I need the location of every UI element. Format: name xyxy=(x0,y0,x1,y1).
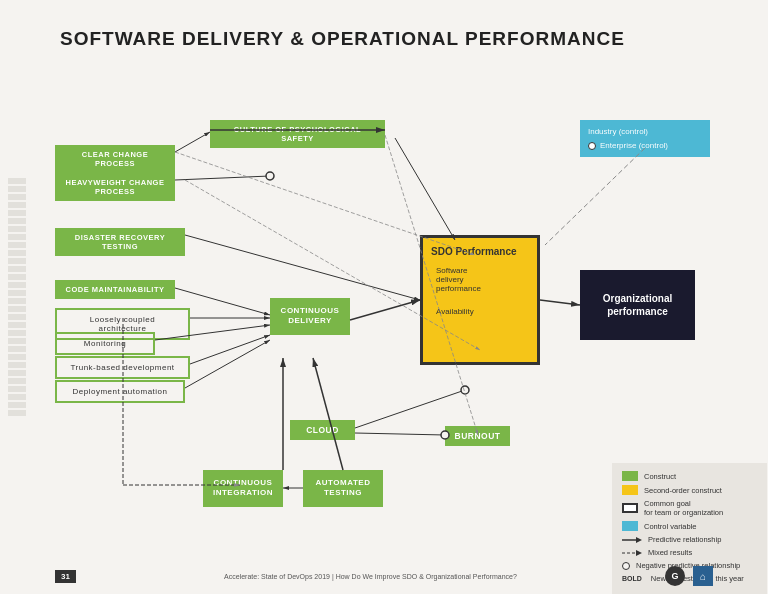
sdo-item-delivery: Softwaredeliveryperformance xyxy=(431,263,529,296)
sdo-performance-box: SDO Performance Softwaredeliveryperforma… xyxy=(420,235,540,365)
deployment-automation-box: Deployment automation xyxy=(55,380,185,403)
burnout-box: Burnout xyxy=(445,426,510,446)
svg-line-22 xyxy=(355,433,445,435)
psychological-safety-box: CULTURE OF PSYCHOLOGICAL SAFETY xyxy=(210,120,385,148)
org-performance-box: Organizational performance xyxy=(580,270,695,340)
logo-icon: G xyxy=(665,566,685,586)
svg-line-16 xyxy=(190,335,270,364)
legend-common-goal: Common goalfor team or organization xyxy=(644,499,723,517)
industry-control-label: Industry (control) xyxy=(588,126,702,137)
home-icon: ⌂ xyxy=(693,566,713,586)
legend-predictive: Predictive relationship xyxy=(648,535,721,544)
svg-line-25 xyxy=(313,358,343,470)
svg-line-8 xyxy=(395,138,455,240)
svg-line-30 xyxy=(545,148,645,245)
svg-line-12 xyxy=(185,235,420,300)
svg-line-19 xyxy=(540,300,580,305)
heavyweight-change-box: HEAVYWEIGHT CHANGE PROCESS xyxy=(55,173,175,201)
page-title: SOFTWARE DELIVERY & OPERATIONAL PERFORMA… xyxy=(60,28,625,50)
svg-line-18 xyxy=(350,300,420,320)
svg-marker-3 xyxy=(636,550,642,556)
page-number: 31 xyxy=(55,570,76,583)
trunk-based-box: Trunk-based development xyxy=(55,356,190,379)
svg-line-20 xyxy=(355,390,465,428)
svg-marker-1 xyxy=(636,537,642,543)
continuous-integration-box: Continuousintegration xyxy=(203,470,283,507)
footer-text: Accelerate: State of DevOps 2019 | How D… xyxy=(224,573,517,580)
sdo-title: SDO Performance xyxy=(431,246,529,257)
org-performance-label: Organizational performance xyxy=(592,292,683,318)
page: SOFTWARE DELIVERY & OPERATIONAL PERFORMA… xyxy=(0,0,768,594)
svg-point-21 xyxy=(461,386,469,394)
svg-point-11 xyxy=(266,172,274,180)
legend-second-order: Second-order construct xyxy=(644,486,722,495)
continuous-delivery-box: Continuousdelivery xyxy=(270,298,350,335)
disaster-recovery-box: DISASTER RECOVERY TESTING xyxy=(55,228,185,256)
control-variable-box: Industry (control) Enterprise (control) xyxy=(580,120,710,157)
diagram-area: CLEAR CHANGE PROCESS HEAVYWEIGHT CHANGE … xyxy=(55,80,755,540)
sdo-item-availability: Availability xyxy=(431,304,529,319)
legend-control-variable: Control variable xyxy=(644,522,697,531)
cloud-box: Cloud xyxy=(290,420,355,440)
footer: 31 Accelerate: State of DevOps 2019 | Ho… xyxy=(0,566,768,586)
left-decorative-bars xyxy=(0,0,40,594)
automated-testing-box: Automatedtesting xyxy=(303,470,383,507)
svg-line-10 xyxy=(175,176,270,180)
svg-line-9 xyxy=(175,132,210,152)
monitoring-box: Monitoring xyxy=(55,332,155,355)
legend-mixed: Mixed results xyxy=(648,548,692,557)
clear-change-box: CLEAR CHANGE PROCESS xyxy=(55,145,175,173)
enterprise-control-label: Enterprise (control) xyxy=(600,140,668,151)
legend-construct: Construct xyxy=(644,472,676,481)
svg-line-17 xyxy=(185,340,270,388)
code-maintainability-box: CODE MAINTAINABILITY xyxy=(55,280,175,299)
